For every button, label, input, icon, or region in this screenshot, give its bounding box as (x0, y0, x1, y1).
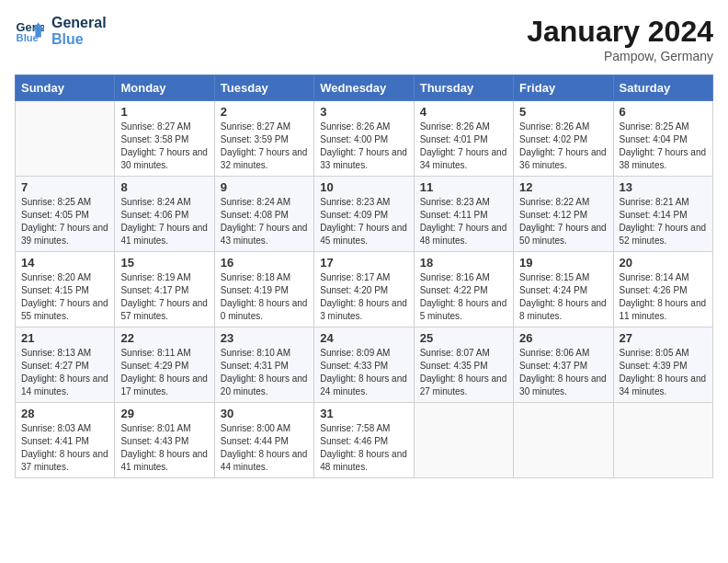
day-info: Sunrise: 8:21 AMSunset: 4:14 PMDaylight:… (620, 196, 707, 247)
day-info: Sunrise: 8:23 AMSunset: 4:09 PMDaylight:… (320, 196, 407, 247)
calendar-cell: 16Sunrise: 8:18 AMSunset: 4:19 PMDayligh… (214, 252, 313, 327)
calendar-cell (16, 101, 115, 177)
calendar-cell: 12Sunrise: 8:22 AMSunset: 4:12 PMDayligh… (514, 177, 613, 252)
calendar-cell: 27Sunrise: 8:05 AMSunset: 4:39 PMDayligh… (613, 327, 712, 403)
calendar-cell (514, 403, 613, 478)
day-number: 24 (320, 331, 407, 345)
day-info: Sunrise: 8:03 AMSunset: 4:41 PMDaylight:… (21, 422, 108, 474)
calendar-cell (613, 403, 712, 478)
column-header-saturday: Saturday (613, 75, 712, 101)
day-info: Sunrise: 8:01 AMSunset: 4:43 PMDaylight:… (120, 422, 208, 474)
day-info: Sunrise: 8:26 AMSunset: 4:02 PMDaylight:… (519, 121, 607, 172)
day-number: 17 (320, 256, 407, 270)
calendar-week-5: 28Sunrise: 8:03 AMSunset: 4:41 PMDayligh… (16, 403, 713, 478)
day-info: Sunrise: 8:24 AMSunset: 4:08 PMDaylight:… (221, 196, 308, 247)
calendar-cell: 22Sunrise: 8:11 AMSunset: 4:29 PMDayligh… (115, 327, 214, 403)
day-info: Sunrise: 8:27 AMSunset: 3:59 PMDaylight:… (221, 121, 308, 172)
calendar-week-2: 7Sunrise: 8:25 AMSunset: 4:05 PMDaylight… (16, 177, 713, 252)
day-number: 12 (519, 180, 607, 194)
day-number: 19 (519, 256, 607, 270)
day-number: 8 (120, 180, 208, 194)
day-info: Sunrise: 8:18 AMSunset: 4:19 PMDaylight:… (221, 271, 308, 323)
calendar-cell: 10Sunrise: 8:23 AMSunset: 4:09 PMDayligh… (314, 177, 414, 252)
day-number: 22 (120, 331, 208, 345)
svg-text:Blue: Blue (17, 32, 39, 43)
calendar-cell: 15Sunrise: 8:19 AMSunset: 4:17 PMDayligh… (115, 252, 214, 327)
day-number: 23 (221, 331, 308, 345)
day-number: 6 (620, 105, 707, 119)
title-area: January 2024 Pampow, Germany (527, 15, 713, 63)
day-number: 1 (120, 105, 208, 119)
day-number: 31 (320, 407, 407, 420)
calendar-cell: 1Sunrise: 8:27 AMSunset: 3:58 PMDaylight… (115, 101, 214, 177)
day-number: 5 (519, 105, 607, 119)
calendar-cell: 29Sunrise: 8:01 AMSunset: 4:43 PMDayligh… (115, 403, 214, 478)
day-number: 20 (620, 256, 707, 270)
day-number: 18 (420, 256, 507, 270)
calendar-cell: 24Sunrise: 8:09 AMSunset: 4:33 PMDayligh… (314, 327, 414, 403)
calendar-week-4: 21Sunrise: 8:13 AMSunset: 4:27 PMDayligh… (16, 327, 713, 403)
day-info: Sunrise: 8:19 AMSunset: 4:17 PMDaylight:… (120, 271, 208, 323)
calendar-cell: 17Sunrise: 8:17 AMSunset: 4:20 PMDayligh… (314, 252, 414, 327)
calendar-cell: 9Sunrise: 8:24 AMSunset: 4:08 PMDaylight… (214, 177, 313, 252)
day-number: 11 (420, 180, 507, 194)
day-info: Sunrise: 8:15 AMSunset: 4:24 PMDaylight:… (519, 271, 607, 323)
column-header-wednesday: Wednesday (314, 75, 414, 101)
calendar-cell: 2Sunrise: 8:27 AMSunset: 3:59 PMDaylight… (214, 101, 313, 177)
logo-icon: General Blue (15, 17, 44, 46)
calendar-cell: 23Sunrise: 8:10 AMSunset: 4:31 PMDayligh… (214, 327, 313, 403)
day-info: Sunrise: 7:58 AMSunset: 4:46 PMDaylight:… (320, 422, 407, 474)
calendar-week-3: 14Sunrise: 8:20 AMSunset: 4:15 PMDayligh… (16, 252, 713, 327)
day-info: Sunrise: 8:13 AMSunset: 4:27 PMDaylight:… (21, 347, 108, 398)
day-number: 2 (221, 105, 308, 119)
calendar-cell: 21Sunrise: 8:13 AMSunset: 4:27 PMDayligh… (16, 327, 115, 403)
day-number: 29 (120, 407, 208, 420)
day-info: Sunrise: 8:09 AMSunset: 4:33 PMDaylight:… (320, 347, 407, 398)
column-header-sunday: Sunday (16, 75, 115, 101)
day-number: 14 (21, 256, 108, 270)
month-title: January 2024 (527, 15, 713, 49)
day-number: 13 (620, 180, 707, 194)
calendar-cell: 18Sunrise: 8:16 AMSunset: 4:22 PMDayligh… (414, 252, 513, 327)
day-number: 27 (620, 331, 707, 345)
day-info: Sunrise: 8:17 AMSunset: 4:20 PMDaylight:… (320, 271, 407, 323)
calendar-cell: 6Sunrise: 8:25 AMSunset: 4:04 PMDaylight… (613, 101, 712, 177)
day-number: 10 (320, 180, 407, 194)
calendar-cell: 19Sunrise: 8:15 AMSunset: 4:24 PMDayligh… (514, 252, 613, 327)
day-number: 26 (519, 331, 607, 345)
day-info: Sunrise: 8:27 AMSunset: 3:58 PMDaylight:… (120, 121, 208, 172)
calendar-cell: 30Sunrise: 8:00 AMSunset: 4:44 PMDayligh… (214, 403, 313, 478)
day-info: Sunrise: 8:10 AMSunset: 4:31 PMDaylight:… (221, 347, 308, 398)
calendar-cell: 4Sunrise: 8:26 AMSunset: 4:01 PMDaylight… (414, 101, 513, 177)
calendar-cell: 13Sunrise: 8:21 AMSunset: 4:14 PMDayligh… (613, 177, 712, 252)
day-info: Sunrise: 8:16 AMSunset: 4:22 PMDaylight:… (420, 271, 507, 323)
calendar-cell: 25Sunrise: 8:07 AMSunset: 4:35 PMDayligh… (414, 327, 513, 403)
calendar-header-row: SundayMondayTuesdayWednesdayThursdayFrid… (16, 75, 713, 101)
page-header: General Blue General Blue January 2024 P… (15, 15, 713, 63)
day-info: Sunrise: 8:00 AMSunset: 4:44 PMDaylight:… (221, 422, 308, 474)
column-header-thursday: Thursday (414, 75, 513, 101)
calendar-cell: 11Sunrise: 8:23 AMSunset: 4:11 PMDayligh… (414, 177, 513, 252)
day-info: Sunrise: 8:23 AMSunset: 4:11 PMDaylight:… (420, 196, 507, 247)
day-info: Sunrise: 8:24 AMSunset: 4:06 PMDaylight:… (120, 196, 208, 247)
calendar-table: SundayMondayTuesdayWednesdayThursdayFrid… (15, 75, 713, 478)
day-number: 15 (120, 256, 208, 270)
day-number: 21 (21, 331, 108, 345)
day-info: Sunrise: 8:14 AMSunset: 4:26 PMDaylight:… (620, 271, 707, 323)
day-info: Sunrise: 8:25 AMSunset: 4:05 PMDaylight:… (21, 196, 108, 247)
calendar-cell: 31Sunrise: 7:58 AMSunset: 4:46 PMDayligh… (314, 403, 414, 478)
day-info: Sunrise: 8:07 AMSunset: 4:35 PMDaylight:… (420, 347, 507, 398)
day-info: Sunrise: 8:25 AMSunset: 4:04 PMDaylight:… (620, 121, 707, 172)
day-info: Sunrise: 8:26 AMSunset: 4:00 PMDaylight:… (320, 121, 407, 172)
calendar-cell: 26Sunrise: 8:06 AMSunset: 4:37 PMDayligh… (514, 327, 613, 403)
column-header-tuesday: Tuesday (214, 75, 313, 101)
calendar-cell: 20Sunrise: 8:14 AMSunset: 4:26 PMDayligh… (613, 252, 712, 327)
day-info: Sunrise: 8:20 AMSunset: 4:15 PMDaylight:… (21, 271, 108, 323)
calendar-cell: 5Sunrise: 8:26 AMSunset: 4:02 PMDaylight… (514, 101, 613, 177)
day-info: Sunrise: 8:22 AMSunset: 4:12 PMDaylight:… (519, 196, 607, 247)
day-number: 30 (221, 407, 308, 420)
day-number: 28 (21, 407, 108, 420)
day-number: 4 (420, 105, 507, 119)
day-number: 25 (420, 331, 507, 345)
logo-text-general: General (51, 15, 107, 31)
